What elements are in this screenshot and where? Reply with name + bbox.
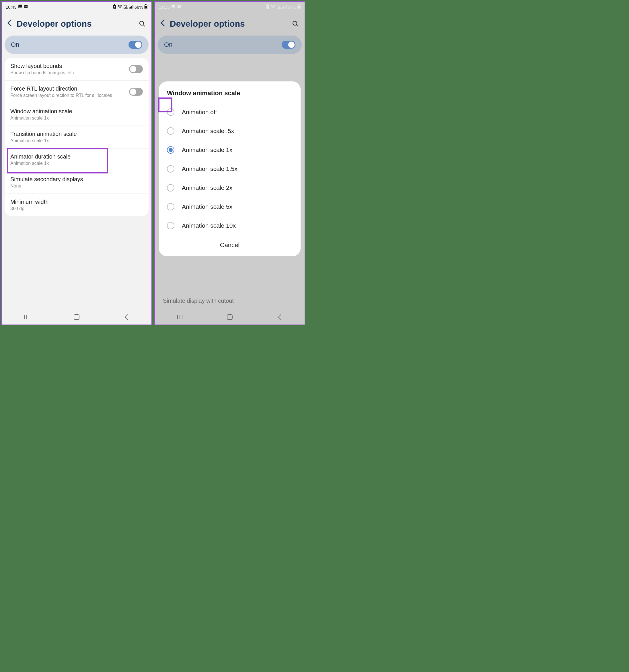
cancel-button[interactable]: Cancel xyxy=(165,235,294,251)
radio-option-5x[interactable]: Animation scale 5x xyxy=(165,197,294,216)
radio-button[interactable] xyxy=(167,222,174,229)
battery-icon xyxy=(144,4,147,10)
radio-label: Animation scale 1.5x xyxy=(182,165,237,172)
master-toggle-pill[interactable]: On xyxy=(5,35,148,54)
chat-icon xyxy=(18,4,22,9)
svg-rect-14 xyxy=(74,314,79,320)
back-nav-button[interactable] xyxy=(271,313,288,321)
page-title: Developer options xyxy=(17,19,134,29)
radio-option-10x[interactable]: Animation scale 10x xyxy=(165,216,294,235)
back-nav-button[interactable] xyxy=(118,313,135,321)
nav-bar xyxy=(155,310,305,325)
image-icon xyxy=(24,4,28,9)
phone-right: 11:15 Vo)LTE 67% xyxy=(154,1,305,325)
radio-option-1x[interactable]: Animation scale 1x xyxy=(165,141,294,160)
status-bar: 10:43 Vo)LTE 68% xyxy=(2,2,152,12)
setting-simulate-secondary-displays[interactable]: Simulate secondary displays None xyxy=(5,171,148,194)
radio-label: Animation scale 2x xyxy=(182,184,232,191)
setting-subtitle: Show clip bounds, margins, etc. xyxy=(10,70,125,75)
setting-subtitle: Force screen layout direction to RTL for… xyxy=(10,93,125,98)
setting-show-layout-bounds[interactable]: Show layout bounds Show clip bounds, mar… xyxy=(5,58,148,80)
setting-title: Window animation scale xyxy=(10,108,143,115)
setting-minimum-width[interactable]: Minimum width 360 dp xyxy=(5,194,148,216)
setting-transition-animation-scale[interactable]: Transition animation scale Animation sca… xyxy=(5,126,148,148)
svg-rect-5 xyxy=(131,6,132,8)
app-header: Developer options xyxy=(2,12,152,34)
radio-button[interactable] xyxy=(167,127,174,135)
radio-option-0-5x[interactable]: Animation scale .5x xyxy=(165,122,294,141)
setting-window-animation-scale[interactable]: Window animation scale Animation scale 1… xyxy=(5,103,148,126)
svg-rect-29 xyxy=(227,314,232,320)
setting-subtitle: Animation scale 1x xyxy=(10,138,143,143)
dialog-title: Window animation scale xyxy=(165,90,294,97)
radio-label: Animation scale 10x xyxy=(182,222,236,229)
radio-option-animation-off[interactable]: Animation off xyxy=(165,103,294,122)
home-button[interactable] xyxy=(68,313,85,321)
setting-subtitle: None xyxy=(10,184,143,189)
svg-rect-4 xyxy=(130,7,131,8)
svg-rect-8 xyxy=(145,6,147,8)
svg-rect-6 xyxy=(133,5,133,8)
setting-animator-duration-scale[interactable]: Animator duration scale Animation scale … xyxy=(5,148,148,171)
toggle-switch[interactable] xyxy=(129,65,143,73)
radio-option-2x[interactable]: Animation scale 2x xyxy=(165,178,294,197)
radio-button[interactable] xyxy=(167,165,174,173)
nav-bar xyxy=(2,310,152,325)
setting-title: Force RTL layout direction xyxy=(10,86,125,92)
radio-button[interactable] xyxy=(167,146,174,154)
setting-title: Animator duration scale xyxy=(10,153,143,160)
setting-subtitle: Animation scale 1x xyxy=(10,161,143,166)
toggle-switch[interactable] xyxy=(129,88,143,96)
home-button[interactable] xyxy=(221,313,238,321)
setting-subtitle: Animation scale 1x xyxy=(10,116,143,121)
battery-saver-icon xyxy=(113,4,116,10)
settings-list: Show layout bounds Show clip bounds, mar… xyxy=(5,58,148,216)
radio-label: Animation scale .5x xyxy=(182,127,234,135)
search-button[interactable] xyxy=(138,20,146,28)
status-time: 10:43 xyxy=(6,5,17,9)
recents-button[interactable] xyxy=(171,313,188,321)
phone-left: 10:43 Vo)LTE 68% xyxy=(1,1,152,325)
animation-scale-dialog: Window animation scale Animation off Ani… xyxy=(159,81,301,256)
setting-title: Minimum width xyxy=(10,199,143,205)
setting-title: Transition animation scale xyxy=(10,131,143,137)
battery-percent: 68% xyxy=(135,5,143,9)
radio-button[interactable] xyxy=(167,109,174,116)
setting-force-rtl[interactable]: Force RTL layout direction Force screen … xyxy=(5,80,148,103)
svg-rect-3 xyxy=(129,7,130,8)
radio-label: Animation scale 5x xyxy=(182,203,232,210)
svg-rect-2 xyxy=(114,4,115,5)
volte-icon: Vo)LTE xyxy=(123,5,127,9)
radio-button[interactable] xyxy=(167,184,174,192)
master-toggle-switch[interactable] xyxy=(129,41,142,49)
svg-rect-9 xyxy=(145,4,146,5)
radio-label: Animation scale 1x xyxy=(182,146,232,153)
setting-subtitle: 360 dp xyxy=(10,206,143,211)
master-toggle-label: On xyxy=(11,41,19,48)
svg-point-10 xyxy=(140,21,144,25)
radio-button[interactable] xyxy=(167,203,174,211)
setting-title: Show layout bounds xyxy=(10,63,125,69)
back-button[interactable] xyxy=(7,19,12,29)
signal-icon xyxy=(129,5,133,9)
radio-label: Animation off xyxy=(182,109,217,116)
recents-button[interactable] xyxy=(18,313,35,321)
radio-option-1-5x[interactable]: Animation scale 1.5x xyxy=(165,160,294,178)
setting-title: Simulate secondary displays xyxy=(10,176,143,183)
wifi-icon xyxy=(118,5,122,9)
